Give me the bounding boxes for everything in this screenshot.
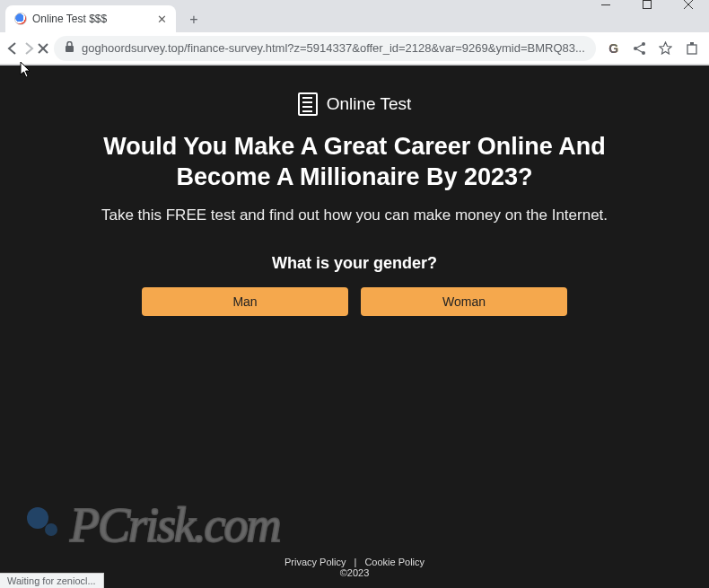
bookmark-icon[interactable] <box>653 36 678 61</box>
survey-question: What is your gender? <box>0 254 709 273</box>
stop-reload-button[interactable] <box>38 35 48 62</box>
share-icon[interactable] <box>627 36 652 61</box>
forward-button[interactable] <box>22 35 36 62</box>
svg-point-7 <box>634 47 637 50</box>
minimize-button[interactable] <box>585 0 626 18</box>
browser-chrome: Online Test $$$ ✕ + goghoordsurvey.top/f… <box>0 0 709 66</box>
cookie-link[interactable]: Cookie Policy <box>364 557 425 567</box>
subheadline: Take this FREE test and find out how you… <box>0 206 709 226</box>
svg-rect-0 <box>601 4 610 5</box>
svg-point-9 <box>642 51 645 55</box>
footer-divider: | <box>354 557 356 567</box>
watermark: PCrisk.com <box>27 497 279 553</box>
close-window-button[interactable] <box>668 0 709 18</box>
toolbar-right: G <box>601 36 709 61</box>
profile-icon[interactable] <box>705 36 709 61</box>
tab-title: Online Test $$$ <box>32 13 152 25</box>
brand-text: Online Test <box>327 94 412 114</box>
brand-row: Online Test <box>0 92 709 116</box>
svg-point-8 <box>642 42 645 46</box>
answer-row: Man Woman <box>0 287 709 316</box>
toolbar: goghoordsurvey.top/finance-survey.html?z… <box>0 32 709 65</box>
new-tab-button[interactable]: + <box>181 7 206 32</box>
lock-icon <box>65 41 74 55</box>
close-tab-icon[interactable]: ✕ <box>157 13 167 26</box>
status-bar: Waiting for zeniocl... <box>0 573 104 588</box>
maximize-button[interactable] <box>626 0 668 18</box>
tab-favicon <box>14 13 27 25</box>
svg-rect-1 <box>643 1 652 9</box>
answer-man-button[interactable]: Man <box>142 287 348 316</box>
answer-woman-button[interactable]: Woman <box>361 287 567 316</box>
extensions-icon[interactable] <box>679 36 705 61</box>
svg-rect-6 <box>66 46 74 52</box>
document-icon <box>298 92 318 116</box>
page-footer: Privacy Policy | Cookie Policy ©2023 <box>0 557 709 578</box>
window-controls <box>585 0 709 9</box>
address-bar[interactable]: goghoordsurvey.top/finance-survey.html?z… <box>54 36 596 61</box>
copyright-text: ©2023 <box>340 567 370 578</box>
page-content: Online Test Would You Make A Great Caree… <box>0 66 709 588</box>
svg-rect-10 <box>687 45 696 54</box>
browser-tab[interactable]: Online Test $$$ ✕ <box>5 5 176 32</box>
url-text: goghoordsurvey.top/finance-survey.html?z… <box>82 41 585 55</box>
svg-rect-11 <box>690 42 694 45</box>
google-search-icon[interactable]: G <box>601 36 626 61</box>
watermark-text: PCrisk.com <box>70 497 279 553</box>
privacy-link[interactable]: Privacy Policy <box>284 557 346 567</box>
headline: Would You Make A Great Career Online And… <box>0 132 709 193</box>
back-button[interactable] <box>5 35 20 62</box>
